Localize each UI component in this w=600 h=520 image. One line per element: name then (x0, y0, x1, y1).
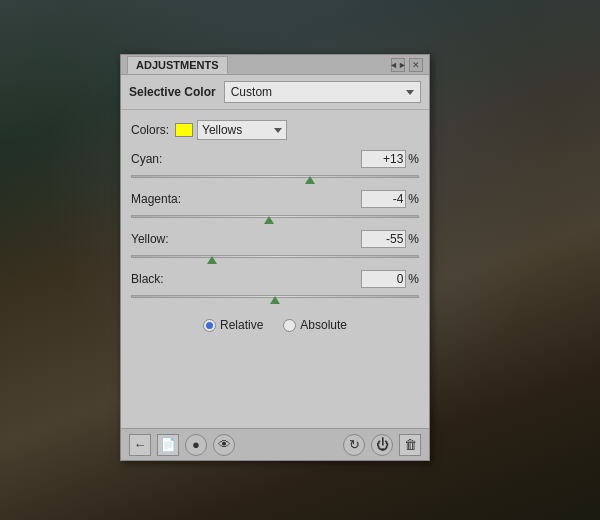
footer-left-buttons: ← 📄 ● 👁 (129, 434, 235, 456)
panel-header: Selective Color Custom (121, 75, 429, 110)
panel-body: Colors: Yellows Cyan: +13 % (121, 110, 429, 428)
cyan-value-group: +13 % (361, 150, 419, 168)
color-swatch (175, 123, 193, 137)
panel-empty-space (131, 340, 419, 420)
yellow-value[interactable]: -55 (361, 230, 406, 248)
redo-button[interactable]: 📄 (157, 434, 179, 456)
footer-right-buttons: ↻ ⏻ 🗑 (343, 434, 421, 456)
relative-option[interactable]: Relative (203, 318, 263, 332)
cyan-track[interactable] (131, 175, 419, 178)
colors-dropdown[interactable]: Yellows (197, 120, 287, 140)
cyan-track-container (131, 170, 419, 184)
panel-titlebar: ADJUSTMENTS ◄► ✕ (121, 55, 429, 75)
colors-label: Colors: (131, 123, 169, 137)
trash-button[interactable]: 🗑 (399, 434, 421, 456)
panel-tab[interactable]: ADJUSTMENTS (127, 56, 228, 74)
absolute-label: Absolute (300, 318, 347, 332)
sliders-container: Cyan: +13 % Magenta: -4 % (131, 150, 419, 304)
magenta-thumb[interactable] (264, 216, 274, 224)
magenta-value-group: -4 % (361, 190, 419, 208)
panel-footer: ← 📄 ● 👁 ↻ ⏻ 🗑 (121, 428, 429, 460)
globe-button[interactable]: ● (185, 434, 207, 456)
power-button[interactable]: ⏻ (371, 434, 393, 456)
panel-arrow-btn[interactable]: ◄► (391, 58, 405, 72)
magenta-slider-row: Magenta: -4 % (131, 190, 419, 224)
reset-button[interactable]: ↻ (343, 434, 365, 456)
black-value-group: 0 % (361, 270, 419, 288)
yellow-value-group: -55 % (361, 230, 419, 248)
magenta-track-container (131, 210, 419, 224)
yellow-track-container (131, 250, 419, 264)
yellow-unit: % (408, 232, 419, 246)
undo-button[interactable]: ← (129, 434, 151, 456)
cyan-value[interactable]: +13 (361, 150, 406, 168)
preset-dropdown-arrow (406, 90, 414, 95)
black-slider-row: Black: 0 % (131, 270, 419, 304)
panel-controls: ◄► ✕ (391, 58, 423, 72)
black-label-row: Black: 0 % (131, 270, 419, 288)
yellow-slider-row: Yellow: -55 % (131, 230, 419, 264)
black-value[interactable]: 0 (361, 270, 406, 288)
eye-button[interactable]: 👁 (213, 434, 235, 456)
yellow-thumb[interactable] (207, 256, 217, 264)
magenta-value[interactable]: -4 (361, 190, 406, 208)
adjustments-panel: ADJUSTMENTS ◄► ✕ Selective Color Custom … (120, 54, 430, 461)
cyan-slider-row: Cyan: +13 % (131, 150, 419, 184)
black-track-container (131, 290, 419, 304)
preset-value: Custom (231, 85, 272, 99)
magenta-label: Magenta: (131, 192, 181, 206)
method-radio-row: Relative Absolute (131, 310, 419, 340)
magenta-track[interactable] (131, 215, 419, 218)
cyan-unit: % (408, 152, 419, 166)
black-unit: % (408, 272, 419, 286)
absolute-option[interactable]: Absolute (283, 318, 347, 332)
magenta-unit: % (408, 192, 419, 206)
yellow-label-row: Yellow: -55 % (131, 230, 419, 248)
absolute-radio[interactable] (283, 319, 296, 332)
cyan-label: Cyan: (131, 152, 162, 166)
black-label: Black: (131, 272, 164, 286)
yellow-track[interactable] (131, 255, 419, 258)
relative-radio[interactable] (203, 319, 216, 332)
cyan-label-row: Cyan: +13 % (131, 150, 419, 168)
cyan-thumb[interactable] (305, 176, 315, 184)
panel-close-btn[interactable]: ✕ (409, 58, 423, 72)
preset-dropdown[interactable]: Custom (224, 81, 421, 103)
colors-dropdown-arrow (274, 128, 282, 133)
relative-label: Relative (220, 318, 263, 332)
colors-row: Colors: Yellows (131, 120, 419, 140)
yellow-label: Yellow: (131, 232, 169, 246)
colors-dropdown-value: Yellows (202, 123, 270, 137)
black-thumb[interactable] (270, 296, 280, 304)
panel-header-title: Selective Color (129, 85, 216, 99)
magenta-label-row: Magenta: -4 % (131, 190, 419, 208)
